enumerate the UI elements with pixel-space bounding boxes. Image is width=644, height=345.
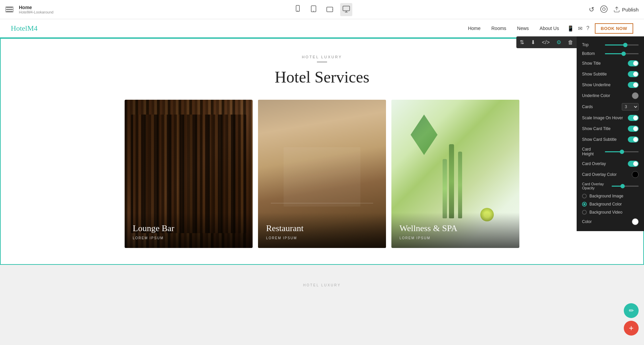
main-section: ⇅ ⬇ </> ⚙ 🗑 HOTEL LUXURY Hotel Services … [0,38,644,265]
menu-button[interactable] [5,6,13,12]
card-3-overlay: Wellness & SPA LOREM IPSUM [391,213,519,248]
card-overlay-toggle[interactable] [628,161,639,167]
nav-utility-icons: 📱 ✉ ? [567,25,589,32]
top-slider-row: Top [577,40,644,49]
show-card-title-toggle[interactable] [628,126,639,132]
underline-color-label: Underline Color [582,93,629,98]
background-image-radio[interactable] [582,194,587,198]
scale-image-row: Scale Image On Hover [577,113,644,123]
nav-bar: HotelM4 Home Rooms News About Us 📱 ✉ ? B… [0,19,644,38]
card-overlay-opacity-label: Card Overlay Opacity [582,182,609,190]
show-underline-row: Show Underline [577,80,644,90]
bottom-label: HOTEL LUXURY [303,283,341,287]
show-title-row: Show Title [577,58,644,69]
nav-links: Home Rooms News About Us [468,26,559,31]
edit-fab-button[interactable]: ✏ [624,303,639,318]
underline-color-swatch[interactable] [632,92,639,99]
underline-color-row: Underline Color [577,90,644,101]
cards-count-select[interactable]: 3 2 4 [622,103,639,111]
preview-button[interactable] [600,5,608,14]
background-video-label: Background Video [589,210,622,215]
svg-point-5 [332,9,333,10]
show-card-subtitle-toggle[interactable] [628,136,639,143]
desktop-view-button[interactable] [340,3,352,16]
background-color-label: Background Color [589,202,622,207]
background-video-row: Background Video [577,208,644,216]
card-2-subtitle: LOREM IPSUM [266,236,378,240]
site-subtitle: HotelM4-Lookaround [19,10,54,14]
publish-button[interactable]: Publish [613,6,639,13]
email-nav-icon[interactable]: ✉ [578,25,582,32]
show-title-label: Show Title [582,61,625,66]
publish-label: Publish [622,7,639,12]
delete-panel-button[interactable]: 🗑 [565,36,577,48]
show-underline-toggle[interactable] [628,82,639,88]
download-panel-button[interactable]: ⬇ [527,36,539,48]
card-3[interactable]: Wellness & SPA LOREM IPSUM [391,100,519,248]
card-2[interactable]: Restaurant LOREM IPSUM [258,100,386,248]
background-image-label: Background Image [589,194,623,198]
background-video-radio[interactable] [582,210,587,215]
cards-label: Cards [582,104,619,109]
show-subtitle-toggle[interactable] [628,71,639,77]
card-height-slider[interactable] [605,151,639,152]
scale-image-toggle[interactable] [628,115,639,121]
nav-link-news[interactable]: News [517,26,529,31]
undo-button[interactable]: ↺ [589,5,594,13]
nav-link-home[interactable]: Home [468,26,480,31]
color-label: Color [582,219,629,224]
svg-point-3 [313,11,314,11]
show-title-toggle[interactable] [628,60,639,66]
scale-image-label: Scale Image On Hover [582,116,625,120]
nav-link-about[interactable]: About Us [540,26,559,31]
card-overlay-color-row: Card Overlay Color [577,169,644,180]
card-3-title: Wellness & SPA [399,223,511,233]
cards-container: Lounge Bar LOREM IPSUM Restaurant LOREM … [1,100,643,248]
card-overlay-color-swatch[interactable] [632,171,639,178]
panel-icon-toolbar: ⇅ ⬇ </> ⚙ 🗑 [516,36,577,48]
top-slider[interactable] [605,44,639,45]
card-1[interactable]: Lounge Bar LOREM IPSUM [125,100,253,248]
card-3-subtitle: LOREM IPSUM [399,236,511,240]
right-panel: Top Bottom Show Title Show Subtitle Show… [577,36,644,231]
nav-link-rooms[interactable]: Rooms [491,26,506,31]
site-title: Home [19,5,54,10]
section-eyebrow: HOTEL LUXURY [1,55,643,59]
card-overlay-opacity-row: Card Overlay Opacity [577,180,644,192]
card-overlay-label: Card Overlay [582,161,625,166]
top-right-actions: ↺ Publish [589,5,639,14]
color-row: Color [577,216,644,227]
show-subtitle-label: Show Subtitle [582,72,625,76]
mobile-view-button[interactable] [292,3,304,16]
mobile-nav-icon[interactable]: 📱 [567,25,574,32]
card-2-title: Restaurant [266,223,378,233]
tablet-view-button[interactable] [308,3,320,16]
show-underline-label: Show Underline [582,83,625,87]
top-slider-label: Top [582,42,602,47]
help-nav-icon[interactable]: ? [586,25,589,31]
bottom-slider[interactable] [605,53,639,54]
show-card-title-row: Show Card Title [577,123,644,134]
cards-row: Cards 3 2 4 [577,101,644,113]
svg-point-7 [601,6,607,12]
bottom-slider-row: Bottom [577,49,644,58]
settings-panel-button[interactable]: ⚙ [553,36,565,48]
card-overlay-opacity-slider[interactable] [612,186,639,187]
sort-panel-button[interactable]: ⇅ [516,36,527,48]
show-card-subtitle-label: Show Card Subtitle [582,137,625,142]
background-color-radio[interactable] [582,202,587,207]
color-swatch[interactable] [632,218,639,225]
background-color-row: Background Color [577,200,644,208]
card-overlay-color-label: Card Overlay Color [582,172,629,177]
code-panel-button[interactable]: </> [539,36,553,48]
svg-rect-4 [327,7,333,12]
svg-point-8 [603,8,605,10]
card-1-title: Lounge Bar [133,223,245,233]
tablet-landscape-view-button[interactable] [324,3,336,16]
background-image-row: Background Image [577,192,644,200]
svg-rect-6 [343,6,350,11]
bottom-area: HOTEL LUXURY [0,265,644,305]
add-fab-button[interactable]: + [624,321,639,336]
book-now-button[interactable]: BOOK NOW [595,23,633,34]
card-2-overlay: Restaurant LOREM IPSUM [258,213,386,248]
